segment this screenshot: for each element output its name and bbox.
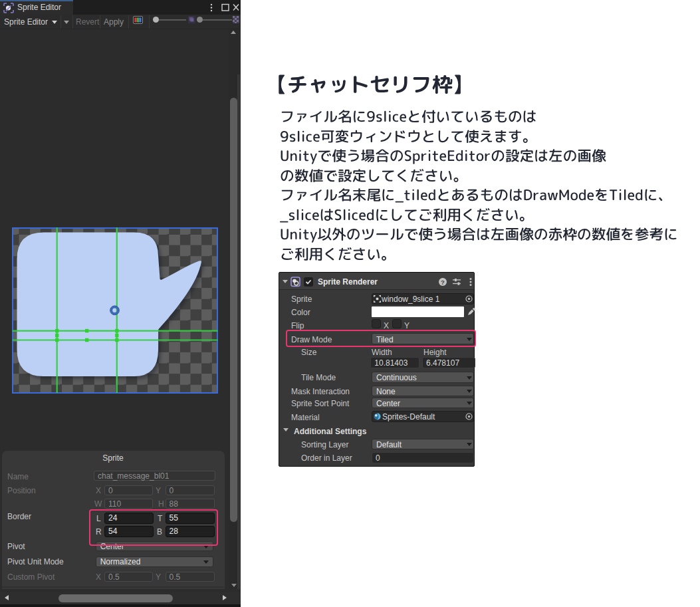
svg-text:?: ? xyxy=(441,278,445,285)
